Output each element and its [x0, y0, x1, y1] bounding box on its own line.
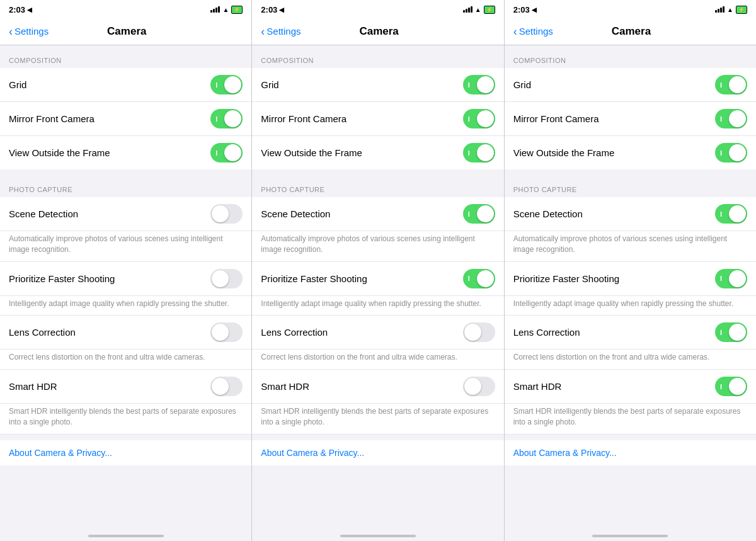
location-icon: ◀: [279, 6, 284, 13]
row-desc-1-3: Smart HDR intelligently blends the best …: [505, 404, 756, 435]
toggle-1-2[interactable]: [210, 322, 243, 342]
row-label-0-2: View Outside the Frame: [9, 147, 110, 158]
toggle-knob: [729, 378, 746, 395]
settings-row-1-3: Smart HDR: [252, 370, 503, 404]
toggle-0-2[interactable]: I: [210, 143, 243, 162]
back-label: Settings: [519, 26, 553, 37]
about-camera-privacy-link[interactable]: About Camera & Privacy...: [505, 440, 756, 465]
row-label-1-0: Scene Detection: [9, 208, 78, 219]
toggle-0-2[interactable]: I: [463, 143, 495, 162]
status-bar: 2:03 ◀ ▲ ⚡: [0, 0, 251, 18]
toggle-1-2[interactable]: I: [715, 322, 747, 342]
toggle-0-0[interactable]: I: [210, 75, 243, 94]
row-label-1-0: Scene Detection: [261, 208, 330, 219]
toggle-knob: [224, 110, 241, 127]
settings-group-0: GridIMirror Front CameraIView Outside th…: [252, 68, 503, 169]
battery-icon: ⚡: [231, 6, 243, 14]
row-desc-1-1: Intelligently adapt image quality when r…: [505, 296, 756, 316]
toggle-i-icon: I: [468, 115, 470, 123]
toggle-1-1[interactable]: I: [715, 269, 747, 288]
settings-row-0-2: View Outside the FrameI: [252, 136, 503, 169]
toggle-i-icon: I: [720, 275, 722, 282]
home-indicator: [592, 535, 668, 537]
nav-title: Camera: [107, 25, 146, 38]
toggle-knob: [729, 270, 746, 287]
settings-row-1-0: Scene Detection: [0, 197, 251, 231]
row-desc-1-0: Automatically improve photos of various …: [505, 231, 756, 262]
toggle-0-1[interactable]: I: [715, 109, 747, 128]
toggle-1-0[interactable]: [210, 204, 243, 224]
toggle-0-1[interactable]: I: [463, 109, 495, 128]
settings-row-1-3: Smart HDR: [0, 370, 251, 404]
row-label-0-1: Mirror Front Camera: [9, 113, 94, 124]
settings-row-1-1: Prioritize Faster Shooting: [0, 262, 251, 296]
section-header-0: COMPOSITION: [252, 45, 503, 68]
toggle-1-3[interactable]: I: [715, 377, 747, 396]
row-label-0-0: Grid: [261, 79, 278, 90]
settings-row-0-1: Mirror Front CameraI: [0, 102, 251, 136]
location-icon: ◀: [532, 6, 537, 13]
row-desc-1-0: Automatically improve photos of various …: [0, 231, 251, 262]
row-label-1-3: Smart HDR: [261, 381, 309, 392]
row-label-1-1: Prioritize Faster Shooting: [9, 273, 115, 284]
phone-1: 2:03 ◀ ▲ ⚡ ‹ Settings Camera C: [0, 0, 252, 541]
location-icon: ◀: [27, 6, 32, 13]
row-label-0-0: Grid: [9, 79, 26, 90]
back-button[interactable]: ‹ Settings: [513, 26, 553, 37]
settings-row-1-0: Scene DetectionI: [505, 197, 756, 231]
toggle-i-icon: I: [720, 383, 722, 390]
row-label-1-3: Smart HDR: [513, 381, 562, 392]
settings-row-1-2: Lens CorrectionI: [505, 316, 756, 350]
settings-row-1-2: Lens Correction: [252, 316, 503, 350]
row-desc-1-0: Automatically improve photos of various …: [252, 231, 503, 262]
back-button[interactable]: ‹ Settings: [9, 26, 49, 37]
back-chevron-icon: ‹: [513, 26, 517, 37]
row-label-0-2: View Outside the Frame: [261, 147, 362, 158]
status-time: 2:03 ◀: [261, 5, 284, 14]
toggle-knob: [729, 324, 746, 341]
toggle-1-0[interactable]: I: [715, 204, 747, 224]
wifi-icon: ▲: [727, 6, 733, 13]
toggle-1-0[interactable]: I: [463, 204, 495, 224]
about-camera-privacy-link[interactable]: About Camera & Privacy...: [252, 440, 503, 465]
toggle-knob: [477, 110, 494, 127]
time-label: 2:03: [513, 5, 530, 14]
toggle-0-2[interactable]: I: [715, 143, 747, 162]
toggle-i-icon: I: [215, 81, 217, 89]
back-label: Settings: [266, 26, 301, 37]
toggle-1-3[interactable]: [210, 377, 243, 396]
row-desc-1-1: Intelligently adapt image quality when r…: [0, 296, 251, 316]
toggle-knob: [224, 76, 241, 93]
status-bar: 2:03 ◀ ▲ ⚡: [505, 0, 756, 18]
toggle-1-2[interactable]: [463, 322, 495, 342]
toggle-knob: [729, 76, 746, 93]
toggle-i-icon: I: [215, 115, 217, 123]
settings-row-1-0: Scene DetectionI: [252, 197, 503, 231]
settings-row-1-1: Prioritize Faster ShootingI: [252, 262, 503, 296]
settings-group-0: GridIMirror Front CameraIView Outside th…: [0, 68, 251, 169]
toggle-knob: [212, 205, 229, 222]
time-label: 2:03: [9, 5, 25, 14]
toggle-i-icon: I: [468, 210, 470, 218]
row-desc-1-1: Intelligently adapt image quality when r…: [252, 296, 503, 316]
about-camera-privacy-link[interactable]: About Camera & Privacy...: [0, 440, 251, 465]
settings-group-1: Scene DetectionAutomatically improve pho…: [0, 197, 251, 435]
toggle-1-3[interactable]: [463, 377, 495, 396]
toggle-0-0[interactable]: I: [715, 75, 747, 94]
signal-icon: [463, 6, 472, 13]
settings-content: COMPOSITIONGridIMirror Front CameraIView…: [0, 45, 251, 530]
toggle-0-1[interactable]: I: [210, 109, 243, 128]
settings-row-0-1: Mirror Front CameraI: [252, 102, 503, 136]
toggle-knob: [212, 324, 229, 341]
status-bar: 2:03 ◀ ▲ ⚡: [252, 0, 503, 18]
toggle-knob: [477, 205, 494, 222]
toggle-knob: [729, 144, 746, 161]
toggle-knob: [729, 205, 746, 222]
row-label-0-0: Grid: [513, 79, 531, 90]
nav-bar: ‹ Settings Camera: [252, 18, 503, 45]
back-button[interactable]: ‹ Settings: [261, 26, 301, 37]
row-desc-1-3: Smart HDR intelligently blends the best …: [0, 404, 251, 435]
toggle-1-1[interactable]: [210, 269, 243, 288]
toggle-0-0[interactable]: I: [463, 75, 495, 94]
toggle-1-1[interactable]: I: [463, 269, 495, 288]
